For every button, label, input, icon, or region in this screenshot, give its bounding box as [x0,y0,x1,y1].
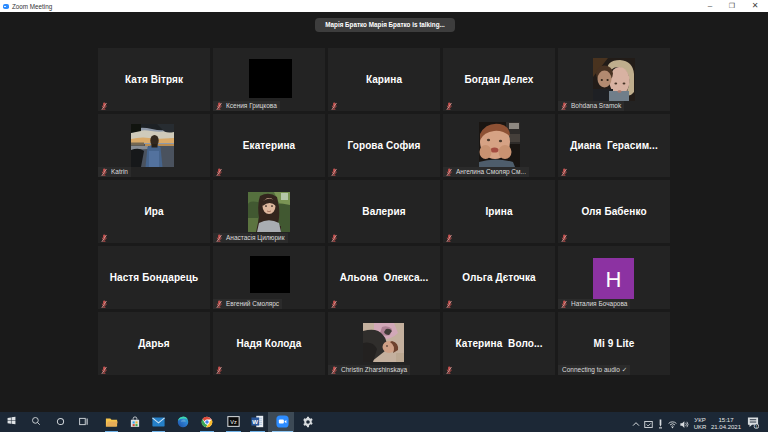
svg-text:Н: Н [606,267,622,292]
svg-text:W: W [252,418,258,425]
svg-text:Vz: Vz [230,419,237,425]
